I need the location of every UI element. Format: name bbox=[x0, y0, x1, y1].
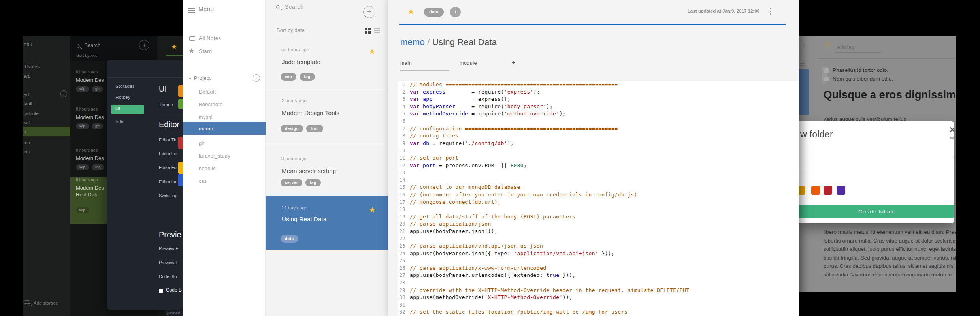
color-chip[interactable] bbox=[178, 174, 183, 186]
code-token: = require( bbox=[446, 89, 504, 95]
color-chip[interactable] bbox=[178, 162, 183, 174]
settings-item[interactable]: Editor Fo bbox=[159, 151, 177, 156]
code-token bbox=[420, 89, 423, 95]
checkbox-label: Phasellus id tortor odio. bbox=[833, 67, 888, 73]
line-number: 18 bbox=[398, 206, 407, 213]
settings-menu-item[interactable]: Hotkey bbox=[115, 95, 130, 100]
dark-folder-item[interactable]: ostnote bbox=[23, 109, 70, 117]
settings-item[interactable]: Code Blo bbox=[159, 274, 177, 279]
settings-menu-item[interactable]: Storages bbox=[115, 84, 135, 88]
settings-menu-item[interactable]: UI bbox=[115, 106, 120, 111]
note-list-item[interactable]: 12 days ago★Using Real Datadata bbox=[266, 196, 388, 250]
dark-folder-item[interactable]: ers bbox=[23, 148, 70, 156]
color-swatch[interactable] bbox=[824, 186, 832, 195]
sort-by-date-dropdown[interactable]: Sort by date bbox=[277, 28, 305, 33]
dark-sidebar-item-starred[interactable]: ard bbox=[24, 73, 30, 79]
sidebar-item-starred[interactable]: Stard bbox=[199, 48, 212, 54]
close-icon[interactable]: ✕ bbox=[949, 125, 956, 134]
hamburger-menu-icon[interactable] bbox=[188, 8, 195, 13]
note-list-item[interactable]: an hours ago★Jade templatewiptag bbox=[266, 40, 388, 90]
note-list-item[interactable]: 2 hours agoModern Design Toolsdesigntool bbox=[266, 92, 388, 145]
settings-item[interactable]: Editor Ind bbox=[159, 179, 177, 184]
breadcrumb: memo / Using Real Data bbox=[400, 37, 497, 47]
code-token: ); bbox=[533, 89, 540, 95]
menu-label[interactable]: Menu bbox=[198, 6, 214, 12]
dark-menu-label[interactable]: enu bbox=[24, 41, 32, 47]
add-tag-button[interactable]: + bbox=[450, 7, 461, 17]
project-section-label[interactable]: Project bbox=[194, 75, 211, 81]
settings-item[interactable]: Editor Th bbox=[159, 137, 176, 142]
checkbox[interactable] bbox=[824, 77, 829, 82]
settings-checkbox[interactable] bbox=[159, 289, 163, 293]
checkbox[interactable] bbox=[824, 68, 829, 73]
code-text bbox=[407, 118, 410, 125]
code-token: app bbox=[423, 96, 433, 102]
settings-editor-heading: Editor bbox=[159, 120, 179, 129]
note-timestamp: 8 hours ago bbox=[76, 148, 98, 152]
list-view-icon[interactable] bbox=[374, 28, 380, 33]
note-tag-pill[interactable]: data bbox=[424, 8, 444, 17]
code-editor[interactable]: 1// modules ============================… bbox=[398, 81, 799, 316]
code-token bbox=[420, 111, 423, 117]
dark-add-folder-icon[interactable]: + bbox=[60, 90, 67, 97]
code-token: = require( bbox=[455, 103, 504, 109]
dark-folder-item[interactable]: e bbox=[23, 127, 70, 136]
color-chip[interactable] bbox=[178, 99, 183, 109]
dark-folder-item[interactable]: mo bbox=[23, 139, 70, 147]
tab-module[interactable]: module bbox=[460, 60, 477, 66]
settings-divider bbox=[157, 114, 183, 114]
color-swatch[interactable] bbox=[799, 186, 805, 195]
code-line: 18 bbox=[398, 206, 799, 213]
settings-item[interactable]: Switching bbox=[159, 193, 177, 198]
code-token: = require( bbox=[429, 140, 465, 146]
sidebar-item-all-notes[interactable]: All Notes bbox=[199, 35, 221, 41]
new-note-button[interactable]: + bbox=[363, 6, 375, 18]
star-outline-icon[interactable]: ☆ bbox=[824, 40, 832, 50]
dark-folder-item[interactable]: sql bbox=[23, 118, 70, 126]
color-chip[interactable] bbox=[178, 137, 183, 149]
tab-main[interactable]: main bbox=[400, 60, 412, 66]
settings-menu-item[interactable]: Info bbox=[115, 119, 124, 124]
code-line: 12var port = process.env.PORT || 8080; bbox=[398, 162, 799, 169]
settings-item[interactable]: Preview F bbox=[159, 260, 178, 265]
sidebar-folder-item[interactable]: git bbox=[183, 138, 266, 149]
settings-item[interactable]: Preview F bbox=[159, 246, 178, 251]
sidebar-folder-item[interactable]: Boostnote bbox=[183, 100, 266, 110]
sidebar-folder-item[interactable]: laravel_study bbox=[183, 151, 266, 161]
star-icon[interactable]: ★ bbox=[171, 43, 177, 51]
chevron-down-icon[interactable]: ▼ bbox=[188, 77, 192, 81]
settings-item[interactable]: Editor Fo bbox=[159, 165, 177, 170]
sidebar-window: Menu All Notes ★ Stard ▼ Project + Defau… bbox=[183, 0, 266, 316]
color-swatch[interactable] bbox=[837, 186, 845, 195]
paragraph-line: libero mattis metus, id elementum velit … bbox=[824, 228, 956, 237]
note-list-item[interactable]: 3 hours agoMean server settingservertag bbox=[266, 145, 388, 194]
sidebar-folder-item[interactable]: memo bbox=[183, 122, 266, 135]
create-folder-button[interactable]: Create folder bbox=[799, 205, 954, 218]
sidebar-folder-item[interactable]: Default bbox=[183, 87, 266, 97]
dark-sidebar-item-all-notes[interactable]: ll Notes bbox=[24, 64, 40, 70]
note-tags: data bbox=[281, 235, 298, 243]
code-line: 15// connect to our mongoDB database bbox=[398, 184, 799, 191]
color-swatch[interactable] bbox=[811, 186, 820, 195]
dark-search-input[interactable]: Search bbox=[84, 42, 100, 48]
add-tag-input[interactable]: Add tag... bbox=[837, 45, 858, 50]
dark-sort-label[interactable]: Sort by xxx bbox=[76, 53, 97, 58]
folder-name-input[interactable] bbox=[799, 156, 954, 168]
selected-note-sliver bbox=[799, 69, 809, 115]
search-input[interactable]: Search bbox=[285, 4, 303, 10]
kebab-menu-icon[interactable] bbox=[770, 8, 771, 16]
add-folder-button[interactable]: + bbox=[253, 74, 260, 82]
sidebar-folder-item[interactable]: css bbox=[183, 176, 266, 186]
dark-folder-item[interactable]: fault bbox=[23, 100, 70, 107]
dark-new-note-button[interactable]: + bbox=[139, 40, 149, 50]
color-chip[interactable] bbox=[178, 85, 183, 97]
star-toggle-icon[interactable]: ★ bbox=[407, 7, 415, 16]
dark-project-label[interactable]: ect bbox=[24, 92, 30, 97]
sidebar-folder-item[interactable]: nodeJs bbox=[183, 164, 266, 174]
line-number: 16 bbox=[398, 191, 407, 199]
grid-view-icon[interactable] bbox=[365, 28, 371, 34]
dark-add-storage-button[interactable]: + Add storage bbox=[23, 299, 70, 308]
add-snippet-tab-button[interactable]: + bbox=[512, 59, 516, 66]
sidebar-folder-item[interactable]: mysql bbox=[183, 112, 266, 122]
breadcrumb-folder[interactable]: memo bbox=[400, 37, 425, 47]
